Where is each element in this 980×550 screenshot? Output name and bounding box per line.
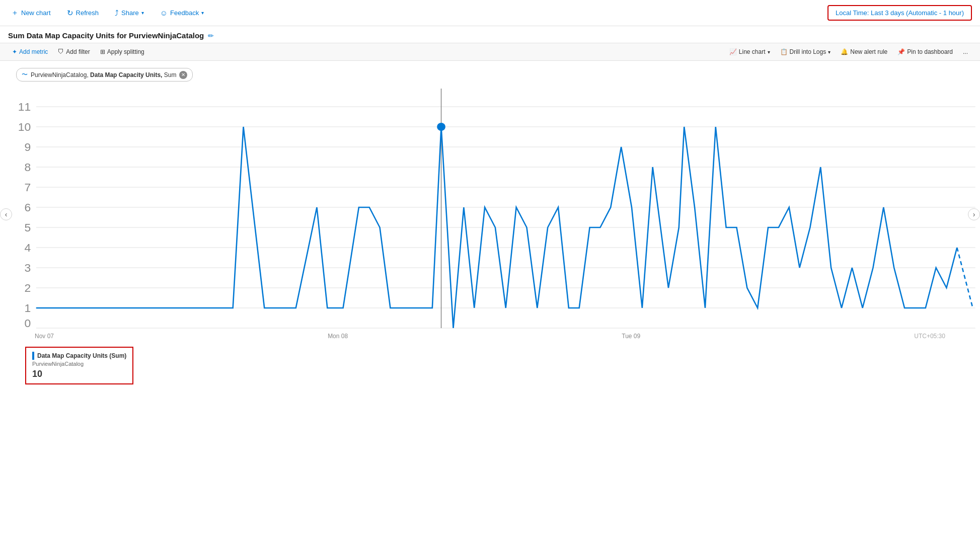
metric-tag-prefix: PurviewNinjaCatalog, Data Map Capacity U… <box>31 71 176 78</box>
more-options-button[interactable]: ... <box>959 46 972 57</box>
svg-text:3: 3 <box>25 262 31 274</box>
pin-icon: 📌 <box>897 48 905 55</box>
nav-right-button[interactable]: › <box>968 208 980 220</box>
add-metric-button[interactable]: ✦ Add metric <box>8 46 52 57</box>
left-arrow-icon: ‹ <box>5 210 8 218</box>
line-chart-button[interactable]: 📈 Line chart ▾ <box>725 46 774 57</box>
feedback-chevron-icon: ▾ <box>201 10 204 16</box>
metric-tag-close[interactable]: ✕ <box>179 71 187 79</box>
svg-text:10: 10 <box>18 121 31 133</box>
add-metric-icon: ✦ <box>12 48 17 55</box>
new-chart-button[interactable]: ＋ New chart <box>8 6 54 20</box>
split-icon: ⊞ <box>100 48 105 55</box>
edit-icon[interactable]: ✏ <box>208 32 214 40</box>
svg-text:8: 8 <box>25 161 31 173</box>
chart-title: Sum Data Map Capacity Units for PurviewN… <box>8 31 204 40</box>
metrics-left: ✦ Add metric ⛉ Add filter ⊞ Apply splitt… <box>8 46 148 57</box>
chart-container: .grid-line { stroke: #e0e0e0; stroke-wid… <box>2 89 978 340</box>
svg-text:11: 11 <box>18 101 31 113</box>
svg-text:0: 0 <box>25 317 31 329</box>
metric-tag-row: 〜 PurviewNinjaCatalog, Data Map Capacity… <box>0 61 980 89</box>
time-range-button[interactable]: Local Time: Last 3 days (Automatic - 1 h… <box>827 5 972 21</box>
legend-value: 10 <box>32 369 126 379</box>
new-alert-rule-button[interactable]: 🔔 New alert rule <box>837 46 891 57</box>
toolbar-left: ＋ New chart ↻ Refresh ⤴ Share ▾ ☺ Feedba… <box>8 6 207 20</box>
svg-text:1: 1 <box>25 302 31 314</box>
svg-text:5: 5 <box>25 221 31 233</box>
legend-color-indicator <box>32 352 34 360</box>
filter-icon: ⛉ <box>58 48 64 55</box>
x-label-nov07: Nov 07 <box>35 333 54 340</box>
add-filter-button[interactable]: ⛉ Add filter <box>54 46 94 57</box>
legend-resource-label: PurviewNinjaCatalog <box>32 361 126 367</box>
metric-tag: 〜 PurviewNinjaCatalog, Data Map Capacity… <box>16 68 193 82</box>
feedback-button[interactable]: ☺ Feedback ▾ <box>157 7 207 19</box>
metrics-toolbar: ✦ Add metric ⛉ Add filter ⊞ Apply splitt… <box>0 43 980 61</box>
svg-text:6: 6 <box>25 201 31 213</box>
drill-icon: 📋 <box>780 48 788 55</box>
line-chart-icon: 📈 <box>729 48 737 55</box>
alert-icon: 🔔 <box>841 48 848 55</box>
legend-series-label: Data Map Capacity Units (Sum) <box>37 352 126 359</box>
refresh-icon: ↻ <box>67 9 73 18</box>
legend-box: Data Map Capacity Units (Sum) PurviewNin… <box>25 347 133 384</box>
chart-area-wrapper: ‹ .grid-line { stroke: #e0e0e0; stroke-w… <box>0 89 980 340</box>
drill-chevron: ▾ <box>828 49 831 55</box>
svg-text:4: 4 <box>25 242 31 254</box>
apply-splitting-button[interactable]: ⊞ Apply splitting <box>96 46 148 57</box>
pin-to-dashboard-button[interactable]: 📌 Pin to dashboard <box>893 46 957 57</box>
svg-text:9: 9 <box>25 141 31 153</box>
legend-area: Data Map Capacity Units (Sum) PurviewNin… <box>0 340 980 387</box>
metrics-right: 📈 Line chart ▾ 📋 Drill into Logs ▾ 🔔 New… <box>725 46 972 57</box>
x-axis-labels: Nov 07 Mon 08 Tue 09 UTC+05:30 <box>2 332 978 340</box>
data-point-marker <box>437 123 445 131</box>
svg-text:2: 2 <box>25 282 31 294</box>
plus-icon: ＋ <box>11 8 19 18</box>
share-icon: ⤴ <box>115 9 119 17</box>
share-button[interactable]: ⤴ Share ▾ <box>112 7 147 19</box>
more-icon: ... <box>963 48 968 55</box>
chart-title-row: Sum Data Map Capacity Units for PurviewN… <box>0 26 980 43</box>
svg-text:7: 7 <box>25 181 31 193</box>
x-label-utc: UTC+05:30 <box>914 333 945 340</box>
metric-wave-icon: 〜 <box>22 70 28 79</box>
x-label-mon08: Mon 08 <box>328 333 348 340</box>
chart-svg: .grid-line { stroke: #e0e0e0; stroke-wid… <box>2 89 978 330</box>
nav-left-button[interactable]: ‹ <box>0 208 12 220</box>
right-arrow-icon: › <box>973 210 975 218</box>
top-toolbar: ＋ New chart ↻ Refresh ⤴ Share ▾ ☺ Feedba… <box>0 0 980 26</box>
feedback-icon: ☺ <box>160 9 168 17</box>
share-chevron-icon: ▾ <box>141 10 144 16</box>
line-chart-chevron: ▾ <box>768 49 770 55</box>
x-label-tue09: Tue 09 <box>622 333 640 340</box>
refresh-button[interactable]: ↻ Refresh <box>64 7 102 20</box>
drill-into-logs-button[interactable]: 📋 Drill into Logs ▾ <box>776 46 835 57</box>
